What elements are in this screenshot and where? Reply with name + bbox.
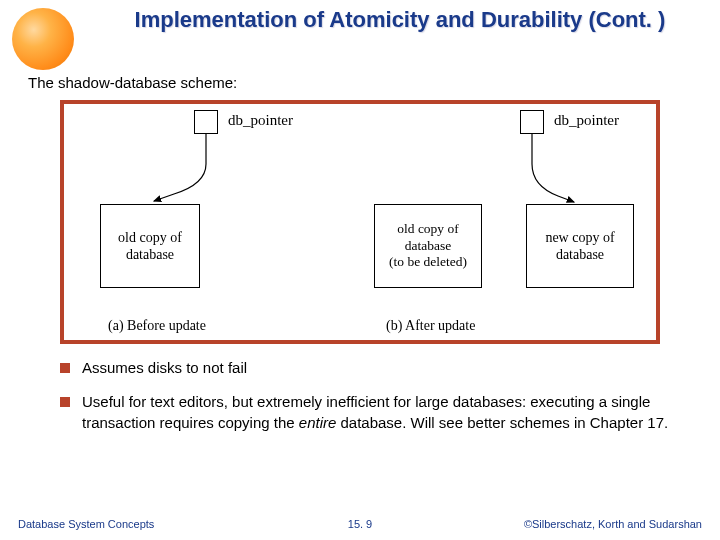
bullet-square-icon — [60, 397, 70, 407]
intro-text: The shadow-database scheme: — [28, 74, 237, 91]
bullet-text: Useful for text editors, but extremely i… — [82, 392, 680, 433]
old-db-box-after: old copy ofdatabase(to be deleted) — [374, 204, 482, 288]
bullet-text-emphasis: entire — [299, 414, 337, 431]
slide-title: Implementation of Atomicity and Durabili… — [110, 6, 690, 34]
footer-page-number: 15. 9 — [348, 518, 372, 530]
caption-before: (a) Before update — [108, 318, 206, 334]
old-db-box-before: old copy ofdatabase — [100, 204, 200, 288]
diagram-after-update: db_pointer old copy ofdatabase(to be del… — [360, 104, 656, 340]
bullet-item: Assumes disks to not fail — [60, 358, 680, 378]
title-ornament-circle — [12, 8, 74, 70]
bullet-list: Assumes disks to not fail Useful for tex… — [60, 358, 680, 447]
footer-left: Database System Concepts — [18, 518, 154, 530]
shadow-db-diagram: db_pointer old copy ofdatabase (a) Befor… — [60, 100, 660, 344]
bullet-square-icon — [60, 363, 70, 373]
footer-copyright: ©Silberschatz, Korth and Sudarshan — [524, 518, 702, 530]
new-db-box-after: new copy ofdatabase — [526, 204, 634, 288]
diagram-before-update: db_pointer old copy ofdatabase (a) Befor… — [64, 104, 360, 340]
caption-after: (b) After update — [386, 318, 475, 334]
bullet-text-segment: database. Will see better schemes in Cha… — [336, 414, 668, 431]
bullet-item: Useful for text editors, but extremely i… — [60, 392, 680, 433]
slide-footer: Database System Concepts 15. 9 ©Silbersc… — [0, 518, 720, 530]
bullet-text: Assumes disks to not fail — [82, 358, 247, 378]
